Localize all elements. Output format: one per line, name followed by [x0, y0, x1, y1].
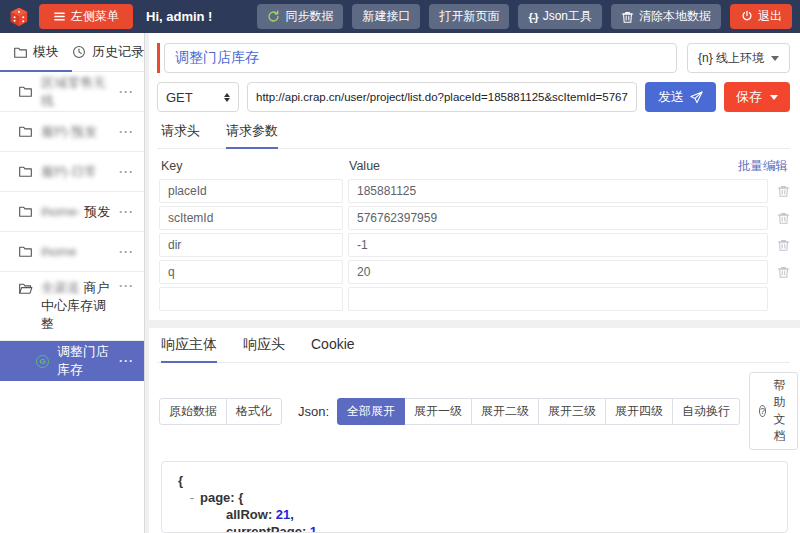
item-more-icon[interactable]: ···	[119, 85, 134, 99]
param-key-input[interactable]	[159, 206, 343, 230]
tab-Cookie[interactable]: Cookie	[311, 336, 355, 362]
request-panel: {n} 线上环境 GET 发送 保存	[149, 33, 800, 320]
folder-item-label: ihome	[41, 243, 111, 261]
json-viewer: {-page: {allRow: 21,currentPage: 1,size:…	[161, 461, 788, 533]
request-url-input[interactable]	[247, 82, 637, 112]
clear-local-button[interactable]: 清除本地数据	[611, 4, 721, 29]
logout-label: 退出	[758, 8, 782, 25]
sidebar-api-item[interactable]: G调整门店库存···	[0, 341, 144, 381]
delete-row-icon[interactable]	[768, 184, 790, 198]
redacted-text: 全渠道	[41, 280, 80, 295]
item-more-icon[interactable]: ···	[119, 354, 134, 368]
batch-edit-link[interactable]: 批量编辑	[738, 158, 788, 175]
api-title-input[interactable]	[164, 43, 677, 73]
title-row: {n} 线上环境	[157, 43, 790, 73]
json-line: -page: {	[162, 489, 787, 506]
response-panel: 响应主体响应头Cookie 原始数据格式化 Json: 全部展开展开一级展开二级…	[149, 328, 800, 533]
param-value-input[interactable]	[348, 260, 768, 284]
http-method-select[interactable]: GET	[157, 82, 239, 112]
tab-请求参数[interactable]: 请求参数	[226, 122, 278, 148]
json-tool-button[interactable]: {-}Json工具	[518, 4, 602, 29]
folder-item-label: ihome- 预发	[41, 203, 111, 221]
expand-button-全部展开[interactable]: 全部展开	[337, 398, 405, 425]
environment-label: {n} 线上环境	[698, 50, 764, 67]
param-row	[157, 287, 790, 311]
open-page-button-label: 打开新页面	[439, 8, 499, 25]
json-tool-button-label: Json工具	[543, 8, 592, 25]
sidebar-folder-item[interactable]: 履约-日常···	[0, 152, 144, 192]
sidebar-tab-label: 历史记录	[92, 43, 144, 61]
json-key: page	[200, 490, 230, 505]
item-more-icon[interactable]: ···	[119, 125, 134, 139]
sync-data-button-label: 同步数据	[285, 8, 333, 25]
send-button[interactable]: 发送	[645, 82, 716, 112]
new-api-button[interactable]: 新建接口	[352, 4, 420, 29]
braces-icon: {-}	[528, 11, 537, 23]
param-value-input[interactable]	[348, 179, 768, 203]
expand-button-自动换行[interactable]: 自动换行	[672, 398, 740, 425]
help-docs-label: 帮助文档	[771, 377, 788, 445]
redacted-text: ihome	[41, 244, 76, 259]
response-tabs: 响应主体响应头Cookie	[157, 336, 790, 363]
sidebar-tab-history[interactable]: 历史记录	[72, 33, 144, 71]
help-docs-button[interactable]: ? 帮助文档	[749, 372, 798, 450]
folder-item-label: 履约-日常	[41, 163, 111, 181]
folder-icon	[13, 45, 27, 59]
topbar: 左侧菜单 Hi, admin ! 同步数据新建接口打开新页面{-}Json工具清…	[0, 0, 800, 33]
expand-button-展开二级[interactable]: 展开二级	[471, 398, 539, 425]
param-row	[157, 179, 790, 203]
item-more-icon[interactable]: ···	[119, 165, 134, 179]
trash-icon	[621, 10, 634, 23]
module-tree: 区域零售无线···履约-预发···履约-日常···ihome- 预发···iho…	[0, 72, 144, 533]
sidebar-tab-modules[interactable]: 模块	[0, 33, 72, 71]
sidebar-folder-item[interactable]: 履约-预发···	[0, 112, 144, 152]
param-value-input[interactable]	[348, 233, 768, 257]
json-label: Json:	[298, 404, 329, 419]
param-value-input[interactable]	[348, 287, 768, 311]
sidebar-folder-item[interactable]: ihome- 预发···	[0, 192, 144, 232]
param-table-header: Key Value 批量编辑	[157, 153, 790, 179]
param-key-input[interactable]	[159, 287, 343, 311]
folder-open-icon	[18, 281, 33, 296]
tab-响应头[interactable]: 响应头	[243, 336, 285, 362]
json-colon: :	[268, 507, 276, 522]
redacted-text: 履约-预发	[41, 124, 97, 139]
sidebar-folder-item[interactable]: ihome···	[0, 232, 144, 272]
sidebar-folder-item[interactable]: 全渠道 商户中心库存调整···	[0, 272, 144, 341]
item-more-icon[interactable]: ···	[119, 205, 134, 219]
folder-icon	[18, 204, 33, 219]
tab-响应主体[interactable]: 响应主体	[161, 336, 217, 362]
view-button-格式化[interactable]: 格式化	[226, 398, 282, 425]
json-punct: ,	[317, 524, 321, 533]
sidebar-folder-item[interactable]: 区域零售无线···	[0, 72, 144, 112]
delete-row-icon[interactable]	[768, 265, 790, 279]
open-page-button[interactable]: 打开新页面	[429, 4, 509, 29]
expand-button-展开三级[interactable]: 展开三级	[538, 398, 606, 425]
folder-icon	[18, 84, 33, 99]
json-line: {	[162, 472, 787, 489]
section-divider	[149, 320, 800, 328]
app-logo-dice-icon[interactable]	[8, 6, 30, 28]
collapse-toggle[interactable]: -	[184, 489, 200, 506]
tab-请求头[interactable]: 请求头	[161, 122, 200, 148]
expand-button-展开四级[interactable]: 展开四级	[605, 398, 673, 425]
view-button-原始数据[interactable]: 原始数据	[159, 398, 227, 425]
environment-selector[interactable]: {n} 线上环境	[687, 43, 790, 73]
expand-button-展开一级[interactable]: 展开一级	[404, 398, 472, 425]
param-key-input[interactable]	[159, 179, 343, 203]
param-key-input[interactable]	[159, 233, 343, 257]
param-value-input[interactable]	[348, 206, 768, 230]
redacted-text: 区域零售无线	[41, 75, 106, 108]
delete-row-icon[interactable]	[768, 211, 790, 225]
item-more-icon[interactable]: ···	[119, 245, 134, 259]
item-more-icon[interactable]: ···	[119, 279, 134, 293]
delete-row-icon[interactable]	[768, 238, 790, 252]
param-row	[157, 260, 790, 284]
save-button[interactable]: 保存	[724, 82, 790, 112]
logout-button[interactable]: 退出	[730, 4, 792, 29]
left-menu-button[interactable]: 左侧菜单	[39, 4, 133, 29]
request-tabs: 请求头请求参数	[157, 122, 790, 149]
sync-data-button[interactable]: 同步数据	[257, 4, 343, 29]
param-key-input[interactable]	[159, 260, 343, 284]
clock-icon	[72, 45, 86, 59]
